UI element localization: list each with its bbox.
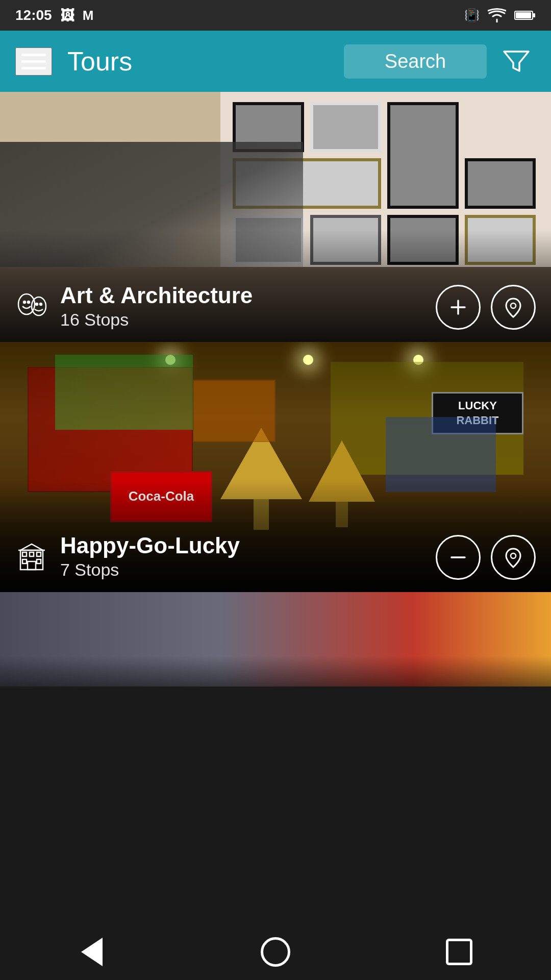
gallery-icon: 🖼 xyxy=(60,7,74,24)
page-title: Tours xyxy=(67,46,334,77)
store-type-icon xyxy=(15,540,48,573)
remove-tour-button[interactable] xyxy=(436,535,481,580)
hamburger-line xyxy=(21,60,46,63)
view-location-button-art[interactable] xyxy=(491,285,536,330)
hamburger-line xyxy=(21,67,46,69)
svg-rect-2 xyxy=(533,13,535,17)
svg-rect-1 xyxy=(516,12,531,18)
app-header: Tours Search xyxy=(0,31,551,92)
svg-rect-17 xyxy=(22,559,27,564)
overview-button[interactable] xyxy=(439,932,480,972)
svg-point-7 xyxy=(28,301,30,303)
svg-point-12 xyxy=(511,303,516,308)
tours-list: Art & Architecture 16 Stops xyxy=(0,92,551,687)
svg-point-9 xyxy=(40,303,42,305)
tour-card-happy-go-lucky[interactable]: Coca-Cola LUCKYRABBIT xyxy=(0,342,551,592)
back-arrow-icon xyxy=(81,938,103,966)
vibrate-icon: 📳 xyxy=(464,8,480,22)
tour-stops-art: 16 Stops xyxy=(60,310,253,330)
art-type-icon xyxy=(15,290,48,323)
battery-icon xyxy=(514,10,536,21)
hamburger-menu-button[interactable] xyxy=(15,47,52,76)
svg-marker-3 xyxy=(504,52,529,71)
plus-icon xyxy=(447,297,469,318)
back-button[interactable] xyxy=(71,932,112,972)
status-right: 📳 xyxy=(464,8,536,22)
wifi-icon xyxy=(488,8,506,22)
svg-rect-15 xyxy=(30,552,34,556)
status-left: 12:05 🖼 M xyxy=(15,7,93,24)
view-location-button-lucky[interactable] xyxy=(491,535,536,580)
filter-icon xyxy=(502,46,531,75)
svg-rect-16 xyxy=(37,552,41,556)
status-bar: 12:05 🖼 M 📳 xyxy=(0,0,551,31)
svg-point-6 xyxy=(23,301,26,303)
add-tour-button[interactable] xyxy=(436,285,481,330)
svg-rect-14 xyxy=(22,552,27,556)
minus-icon xyxy=(447,547,469,568)
svg-point-5 xyxy=(32,297,46,315)
location-icon xyxy=(503,297,524,318)
search-button[interactable]: Search xyxy=(344,44,487,79)
filter-button[interactable] xyxy=(497,41,536,82)
svg-point-8 xyxy=(36,303,38,305)
tour-title-lucky: Happy-Go-Lucky xyxy=(60,533,240,558)
svg-rect-18 xyxy=(37,559,41,564)
tour-title-art: Art & Architecture xyxy=(60,283,253,308)
tour-card-third-partial[interactable] xyxy=(0,592,551,687)
svg-rect-19 xyxy=(28,561,36,570)
status-time: 12:05 xyxy=(15,7,52,23)
email-icon: M xyxy=(83,8,94,23)
location-icon-2 xyxy=(503,547,524,568)
bottom-navigation xyxy=(0,929,551,980)
hamburger-line xyxy=(21,54,46,56)
svg-point-22 xyxy=(511,553,516,558)
home-circle-icon xyxy=(261,937,290,967)
home-button[interactable] xyxy=(255,932,296,972)
overview-square-icon xyxy=(446,939,472,965)
tour-stops-lucky: 7 Stops xyxy=(60,560,240,580)
tour-card-art-architecture[interactable]: Art & Architecture 16 Stops xyxy=(0,92,551,342)
